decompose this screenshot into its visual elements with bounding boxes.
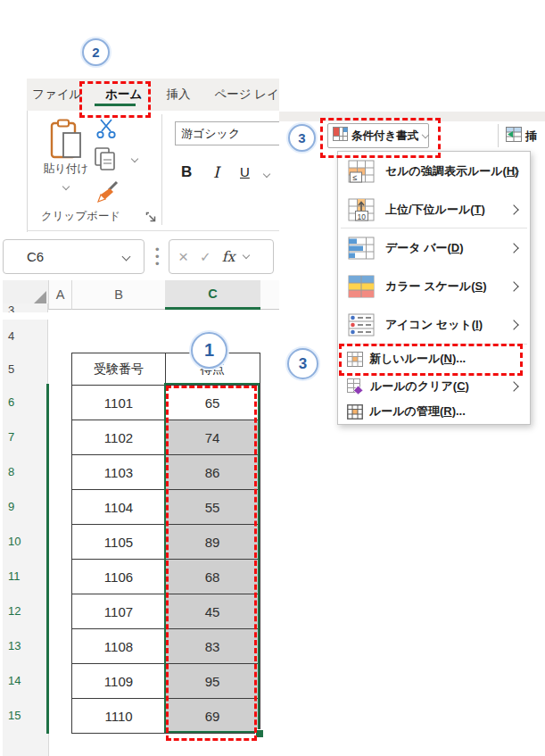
row-header-14[interactable]: 14	[3, 663, 48, 698]
fx-chevron-icon[interactable]	[242, 252, 249, 259]
menu-item-data-bars[interactable]: データ バー(D)	[338, 228, 530, 267]
cell-b15[interactable]: 1110	[72, 698, 166, 733]
menu-item-icon-sets[interactable]: アイコン セット(I)	[338, 305, 530, 344]
dialog-launcher-icon	[145, 212, 157, 223]
font-name-value: 游ゴシック	[181, 126, 240, 142]
row-header-6[interactable]: 6	[3, 385, 48, 420]
menu-item-manage-rules[interactable]: ルールの管理(R)...	[338, 399, 530, 424]
font-name-select[interactable]: 游ゴシック	[175, 121, 279, 145]
cell-b11[interactable]: 1106	[72, 559, 166, 594]
table-header-exam-number[interactable]: 受験番号	[72, 353, 166, 385]
row-header-strip-bottom	[3, 733, 49, 756]
row-header-9[interactable]: 9	[3, 489, 48, 524]
submenu-arrow-icon	[508, 281, 518, 291]
cell-b10[interactable]: 1105	[72, 524, 166, 559]
cell-b14[interactable]: 1109	[72, 663, 166, 698]
format-painter-button[interactable]	[95, 180, 120, 207]
ribbon-bottom-line	[27, 230, 279, 231]
name-box-chevron-icon[interactable]	[122, 253, 131, 262]
menu-item-label: ルールの管理(R)...	[369, 403, 466, 420]
submenu-arrow-icon	[508, 204, 518, 214]
row-header-4[interactable]: 4	[3, 320, 48, 353]
paste-chevron-icon	[62, 183, 70, 190]
row-header-3[interactable]: 3	[3, 303, 48, 312]
callout-3-new-rule: 3	[287, 348, 318, 379]
manage-rules-icon	[347, 404, 363, 420]
italic-button[interactable]: I	[213, 163, 219, 181]
tab-bar: ファイルホーム挿入ページ レイ	[27, 79, 279, 111]
row-header-8[interactable]: 8	[3, 454, 48, 489]
clear-rules-icon	[347, 378, 364, 395]
menu-item-label: データ バー(D)	[385, 240, 464, 256]
menu-item-label: ルールのクリア(C)	[370, 378, 469, 395]
cell-b7[interactable]: 1102	[72, 420, 166, 454]
tab-file[interactable]: ファイル	[32, 87, 81, 103]
insert-function-icon[interactable]: fx	[222, 248, 235, 265]
insert-cells-label: 挿	[525, 129, 537, 145]
menu-item-label: セルの強調表示ルール(H)	[385, 163, 519, 179]
paste-label: 貼り付け	[39, 162, 93, 177]
annotation-box-new-rule	[339, 344, 523, 376]
clipboard-group-label: クリップボード	[41, 209, 120, 224]
annotation-box-home-tab	[79, 81, 151, 118]
formula-bar-dots-handle[interactable]: •••	[155, 246, 160, 268]
copy-chevron-icon[interactable]	[131, 155, 138, 162]
menu-item-label: アイコン セット(I)	[385, 317, 483, 333]
copy-icon	[95, 147, 119, 171]
annotation-box-cond-format	[320, 118, 441, 158]
top-bottom-icon: 10	[348, 198, 375, 221]
color-scales-icon	[348, 275, 375, 298]
column-header-a[interactable]: A	[48, 280, 71, 310]
scissors-icon	[95, 118, 117, 141]
cond-format-menu: ≤セルの強調表示ルール(H)10上位/下位ルール(T)データ バー(D)カラー …	[337, 151, 531, 425]
underline-chevron-icon[interactable]	[263, 170, 270, 178]
formula-bar[interactable]: × ✓ fx	[169, 239, 274, 274]
row-header-10[interactable]: 10	[3, 524, 48, 559]
submenu-arrow-icon	[508, 320, 518, 329]
cancel-icon[interactable]: ×	[178, 247, 188, 267]
paste-button[interactable]: 貼り付け	[39, 119, 93, 194]
window-left-edge	[27, 111, 28, 232]
menu-item-color-scales[interactable]: カラー スケール(S)	[338, 267, 530, 305]
group-divider	[161, 114, 162, 225]
cell-b12[interactable]: 1107	[72, 594, 166, 628]
cell-b8[interactable]: 1103	[72, 454, 166, 489]
format-painter-icon	[95, 180, 120, 204]
menu-item-label: カラー スケール(S)	[385, 278, 486, 295]
icon-sets-icon	[348, 313, 375, 336]
column-header-rest	[260, 280, 279, 310]
highlight-rules-icon: ≤	[348, 160, 375, 183]
underline-button[interactable]: U	[240, 164, 250, 179]
annotation-box-selected-range	[166, 386, 257, 741]
data-bars-icon	[348, 237, 375, 260]
column-header-b[interactable]: B	[71, 280, 165, 310]
clipboard-dialog-launcher[interactable]	[145, 211, 157, 227]
menu-item-label: 上位/下位ルール(T)	[385, 202, 485, 218]
row-header-15[interactable]: 15	[3, 698, 48, 733]
cell-b6[interactable]: 1101	[72, 385, 166, 420]
cell-b13[interactable]: 1108	[72, 628, 166, 663]
menu-item-top-bottom-rules[interactable]: 10上位/下位ルール(T)	[338, 190, 530, 228]
svg-text:≤: ≤	[353, 173, 358, 182]
menu-item-clear-rules[interactable]: ルールのクリア(C)	[338, 373, 530, 399]
row-header-7[interactable]: 7	[3, 420, 48, 454]
row-header-13[interactable]: 13	[3, 628, 48, 663]
row-header-11[interactable]: 11	[3, 559, 48, 594]
submenu-arrow-icon	[508, 243, 518, 253]
bold-button[interactable]: B	[181, 163, 192, 181]
column-header-c[interactable]: C	[165, 280, 260, 310]
callout-2-home-tab: 2	[82, 38, 110, 66]
insert-cells-button[interactable]: 挿	[506, 127, 537, 145]
ribbon-right-divider	[498, 124, 499, 147]
submenu-arrow-icon	[508, 381, 518, 391]
tab-insert[interactable]: 挿入	[166, 87, 190, 103]
tab-page-layout[interactable]: ページ レイ	[214, 87, 279, 103]
cell-b9[interactable]: 1104	[72, 489, 166, 524]
copy-button[interactable]	[95, 147, 119, 175]
cut-button[interactable]	[95, 118, 117, 145]
row-header-12[interactable]: 12	[3, 594, 48, 628]
name-box[interactable]: C6	[3, 239, 145, 274]
row-header-5[interactable]: 5	[3, 353, 48, 385]
enter-icon[interactable]: ✓	[200, 249, 211, 265]
selected-rows-green-edge	[46, 384, 49, 734]
